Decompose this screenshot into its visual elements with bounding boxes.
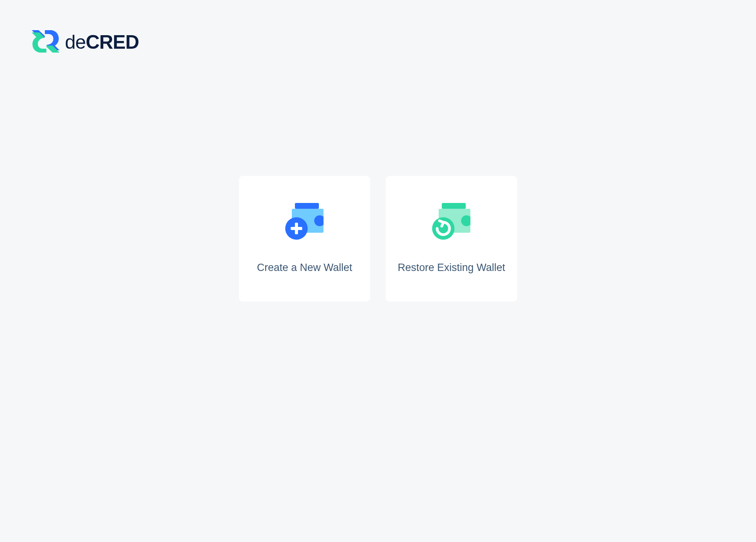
restore-wallet-icon: [430, 204, 473, 239]
restore-wallet-label: Restore Existing Wallet: [398, 262, 505, 274]
svg-rect-0: [295, 203, 319, 209]
svg-point-9: [461, 215, 472, 226]
svg-point-11: [432, 217, 455, 240]
svg-rect-10: [470, 215, 472, 226]
svg-rect-3: [324, 215, 325, 226]
svg-rect-7: [442, 203, 466, 209]
decred-logo-icon: [32, 30, 60, 54]
create-wallet-label: Create a New Wallet: [257, 262, 352, 274]
create-wallet-icon: [283, 204, 326, 239]
create-wallet-button[interactable]: Create a New Wallet: [239, 176, 370, 302]
brand-name: deCRED: [65, 31, 139, 53]
svg-point-2: [314, 215, 325, 226]
restore-wallet-button[interactable]: Restore Existing Wallet: [386, 176, 517, 302]
wallet-options-container: Create a New Wallet Restore Existing Wal…: [239, 176, 517, 302]
brand-logo: deCRED: [32, 30, 139, 54]
svg-rect-6: [291, 227, 302, 230]
